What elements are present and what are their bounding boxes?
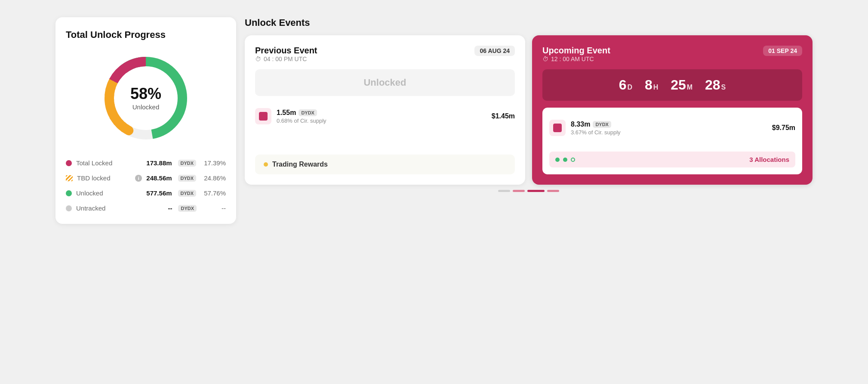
donut-wrapper: 58% Unlocked <box>98 51 193 146</box>
prev-alloc-info: 1.55m DYDX 0.68% of Cir. supply <box>277 109 486 124</box>
green-dot-outline <box>571 158 575 162</box>
upcoming-event-title-block: Upcoming Event ⏱ 12 : 00 AM UTC <box>542 46 610 62</box>
legend-rows: Total Locked 173.88m DYDX 17.39% TBD loc… <box>66 159 226 212</box>
legend-name-untracked: Untracked <box>76 204 163 212</box>
legend-name-tbd: TBD locked <box>77 174 131 182</box>
legend-badge-unlocked: DYDX <box>178 190 197 197</box>
spacer <box>255 136 515 148</box>
legend-dot-gray <box>66 205 72 211</box>
green-dot-2 <box>563 158 567 162</box>
scroll-indicator <box>245 190 813 192</box>
legend-dot-green <box>66 190 72 196</box>
legend-name-total-locked: Total Locked <box>76 159 142 167</box>
scroll-dot-3 <box>527 190 545 192</box>
events-row: Previous Event ⏱ 04 : 00 PM UTC 06 AUG 2… <box>245 35 813 185</box>
trading-rewards-button[interactable]: Trading Rewards <box>255 155 515 174</box>
countdown-hours: 8 H <box>645 77 658 93</box>
donut-label: Unlocked <box>130 103 161 111</box>
legend-row-total-locked: Total Locked 173.88m DYDX 17.39% <box>66 159 226 167</box>
clock-icon: ⏱ <box>255 56 261 62</box>
prev-event-date: 06 AUG 24 <box>474 46 515 56</box>
unlock-progress-card: Total Unlock Progress <box>55 17 236 224</box>
legend-badge-untracked: DYDX <box>178 205 197 212</box>
legend-pct-total-locked: 17.39% <box>204 159 226 167</box>
info-icon[interactable]: i <box>135 175 142 182</box>
upcoming-alloc-info: 8.33m DYDX 3.67% of Cir. supply <box>571 121 767 136</box>
scroll-dot-1 <box>498 190 510 192</box>
upcoming-event-date: 01 SEP 24 <box>763 46 802 56</box>
legend-value-tbd: 248.56m <box>146 174 172 182</box>
countdown-days: 6 D <box>619 77 632 93</box>
legend-row-untracked: Untracked -- DYDX -- <box>66 204 226 212</box>
legend-value-total-locked: 173.88m <box>146 159 172 167</box>
legend-badge-total-locked: DYDX <box>178 160 197 167</box>
upcoming-alloc-supply: 3.67% of Cir. supply <box>571 129 767 136</box>
main-container: Total Unlock Progress <box>47 9 821 232</box>
prev-alloc-badge: DYDX <box>299 109 317 116</box>
unlocked-status-button: Unlocked <box>255 69 515 96</box>
upcoming-alloc-amount: 8.33m DYDX <box>571 121 767 128</box>
upcoming-alloc-badge: DYDX <box>593 121 611 128</box>
legend-pct-untracked: -- <box>204 204 226 212</box>
legend-name-unlocked: Unlocked <box>76 189 142 197</box>
upcoming-event-header: Upcoming Event ⏱ 12 : 00 AM UTC 01 SEP 2… <box>542 46 802 62</box>
scroll-dot-2 <box>513 190 525 192</box>
right-section: Unlock Events Previous Event ⏱ 04 : 00 P… <box>245 17 813 224</box>
prev-alloc-supply: 0.68% of Cir. supply <box>277 118 486 124</box>
clock-icon-upcoming: ⏱ <box>542 56 548 62</box>
upcoming-allocation-row: 8.33m DYDX 3.67% of Cir. supply $9.75m <box>549 115 795 141</box>
prev-allocation-row: 1.55m DYDX 0.68% of Cir. supply $1.45m <box>255 103 515 130</box>
unlock-events-title: Unlock Events <box>245 17 813 28</box>
left-card-title: Total Unlock Progress <box>66 29 226 40</box>
prev-event-title-block: Previous Event ⏱ 04 : 00 PM UTC <box>255 46 317 62</box>
donut-chart-container: 58% Unlocked <box>66 51 226 146</box>
legend-badge-tbd: DYDX <box>178 175 197 182</box>
legend-pct-tbd: 24.86% <box>204 174 226 182</box>
upcoming-event-title: Upcoming Event <box>542 46 610 56</box>
scroll-dot-4 <box>547 190 559 192</box>
yellow-dot-icon <box>264 162 268 167</box>
legend-row-tbd: TBD locked i 248.56m DYDX 24.86% <box>66 174 226 182</box>
legend-dot-orange <box>66 175 73 181</box>
upcoming-event-card: Upcoming Event ⏱ 12 : 00 AM UTC 01 SEP 2… <box>532 35 813 185</box>
prev-alloc-usd: $1.45m <box>492 112 515 120</box>
upcoming-alloc-icon <box>549 120 566 136</box>
upcoming-alloc-icon-inner <box>553 124 562 132</box>
prev-event-title: Previous Event <box>255 46 317 56</box>
upcoming-event-time: ⏱ 12 : 00 AM UTC <box>542 56 610 62</box>
prev-alloc-amount: 1.55m DYDX <box>277 109 486 117</box>
prev-alloc-icon <box>255 108 271 124</box>
countdown-seconds: 28 S <box>705 77 726 93</box>
allocations-label: 3 Allocations <box>579 156 789 163</box>
donut-percent: 58% <box>130 86 161 102</box>
prev-alloc-icon-inner <box>259 112 268 121</box>
legend-pct-unlocked: 57.76% <box>204 189 226 197</box>
upcoming-alloc-usd: $9.75m <box>772 124 795 132</box>
green-dot-1 <box>555 158 560 162</box>
prev-event-time: ⏱ 04 : 00 PM UTC <box>255 56 317 62</box>
legend-value-untracked: -- <box>168 204 172 212</box>
previous-event-card: Previous Event ⏱ 04 : 00 PM UTC 06 AUG 2… <box>245 35 525 185</box>
legend-value-unlocked: 577.56m <box>146 189 172 197</box>
legend-dot-red <box>66 160 72 166</box>
upcoming-alloc-card: 8.33m DYDX 3.67% of Cir. supply $9.75m 3… <box>542 108 802 174</box>
countdown-minutes: 25 M <box>671 77 693 93</box>
allocations-tags-row: 3 Allocations <box>549 152 795 167</box>
donut-center: 58% Unlocked <box>130 86 161 111</box>
countdown-box: 6 D 8 H 25 M 28 <box>542 69 802 101</box>
legend-row-unlocked: Unlocked 577.56m DYDX 57.76% <box>66 189 226 197</box>
prev-event-header: Previous Event ⏱ 04 : 00 PM UTC 06 AUG 2… <box>255 46 515 62</box>
